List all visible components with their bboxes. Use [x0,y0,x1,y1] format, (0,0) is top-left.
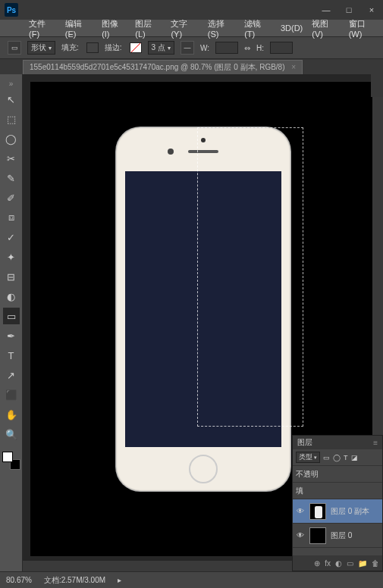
tools-panel: » ↖ ⬚ ◯ ✂ ✎ ✐ ⧈ ✓ ✦ ⊟ ◐ ▭ ✒ T ↗ ⬛ ✋ 🔍 [0,74,23,571]
menu-3d[interactable]: 3D(D) [276,23,307,33]
fill-label: 填充: [61,42,79,53]
shape-tool[interactable]: ▭ [3,308,20,324]
move-tool[interactable]: ↖ [3,91,20,108]
close-button[interactable]: × [360,0,383,20]
opacity-label: 不透明 [296,469,319,480]
menu-filter[interactable]: 滤镜(T) [240,18,276,39]
clone-tool[interactable]: ⧈ [3,209,20,226]
document-tab[interactable]: 155e0114b559d5d2701e5c45317470ac.png @ 8… [23,60,303,74]
fill-lock-label: 填 [296,486,303,496]
stroke-style-icon[interactable]: — [181,41,194,55]
stroke-label: 描边: [105,42,122,53]
menu-file[interactable]: 文件(F) [24,18,61,39]
layer-name[interactable]: 图层 0 副本 [331,506,369,517]
layer-mask-icon[interactable]: ◐ [335,559,342,568]
new-adjustment-icon[interactable]: ▭ [347,559,353,568]
height-input[interactable] [270,42,293,54]
layers-panel: 图层 ≡ 类型 ▭ ◯ T ◪ 不透明 填 👁 图层 0 副本 👁 图层 0 ⊕… [292,435,383,571]
phone-home-button-icon [189,455,218,483]
doc-info[interactable]: 文档:2.57M/3.00M [44,575,105,586]
filter-type-icon[interactable]: T [344,454,348,461]
stroke-width-dropdown[interactable]: 3 点 [148,41,174,55]
menu-window[interactable]: 窗口(W) [344,18,383,39]
doc-label: 文档: [44,576,61,584]
shape-mode-dropdown[interactable]: 形状 [27,41,55,55]
width-input[interactable] [215,42,238,54]
layer-fx-icon[interactable]: fx [325,559,331,568]
visibility-icon[interactable]: 👁 [296,531,305,540]
menu-text[interactable]: 文字(Y) [166,18,202,39]
color-swatches[interactable] [2,452,20,470]
filter-pixel-icon[interactable]: ▭ [323,454,330,461]
menubar: 文件(F) 编辑(E) 图像(I) 图层(L) 文字(Y) 选择(S) 滤镜(T… [0,20,383,36]
rect-tool[interactable]: ⬛ [3,386,20,403]
layers-tab-label: 图层 [297,437,312,448]
filter-adjust-icon[interactable]: ◯ [333,454,341,461]
shape-tool-icon[interactable]: ▭ [8,41,21,55]
menu-image[interactable]: 图像(I) [97,18,130,39]
pen-tool[interactable]: ✒ [3,327,20,344]
menu-layer[interactable]: 图层(L) [130,18,166,39]
layer-name[interactable]: 图层 0 [331,530,352,541]
eyedropper-tool[interactable]: ✎ [3,170,20,186]
collapsed-panels-strip[interactable] [371,74,383,97]
tab-title: 155e0114b559d5d2701e5c45317470ac.png @ 8… [30,63,285,71]
menu-view[interactable]: 视图(V) [307,18,344,39]
magic-wand-tool[interactable]: ✦ [3,249,20,265]
status-arrow-icon[interactable]: ▸ [118,576,121,584]
menu-edit[interactable]: 编辑(E) [61,18,97,39]
layer-item[interactable]: 👁 图层 0 [293,524,382,548]
panel-menu-icon[interactable]: ≡ [373,439,378,447]
healing-tool[interactable]: ✓ [3,229,20,246]
h-label: H: [256,44,264,52]
tab-close-icon[interactable]: × [291,63,296,71]
titlebar: Ps — □ × [0,0,383,20]
document-tabbar: 155e0114b559d5d2701e5c45317470ac.png @ 8… [0,59,383,74]
brush-tool[interactable]: ✐ [3,189,20,206]
zoom-level[interactable]: 80.67% [6,576,32,584]
fill-swatch[interactable] [86,42,99,53]
dodge-tool[interactable]: ◐ [3,288,20,305]
filter-shape-icon[interactable]: ◪ [351,454,358,461]
trash-icon[interactable]: 🗑 [372,559,379,568]
options-bar: ▭ 形状 填充: 描边: 3 点 — W: ⇔ H: [0,36,383,59]
lasso-tool[interactable]: ◯ [3,130,20,147]
foreground-color-swatch[interactable] [2,452,13,462]
layer-item[interactable]: 👁 图层 0 副本 [293,499,382,524]
marquee-tool[interactable]: ⬚ [3,111,20,127]
window-controls: — □ × [315,0,383,20]
app-logo: Ps [5,3,18,17]
zoom-tool[interactable]: 🔍 [3,426,20,443]
layers-tab[interactable]: 图层 ≡ [293,436,382,449]
link-icon[interactable]: ⇔ [244,44,250,52]
hand-tool[interactable]: ✋ [3,406,20,423]
gradient-tool[interactable]: ⊟ [3,268,20,285]
layers-footer: ⊕ fx ◐ ▭ 📁 🗑 [293,555,382,571]
w-label: W: [200,44,209,52]
layer-thumbnail [309,527,326,544]
layer-kind-dropdown[interactable]: 类型 [296,452,320,463]
stroke-swatch[interactable] [130,42,142,53]
visibility-icon[interactable]: 👁 [296,507,305,515]
phone-sensor-icon [168,149,174,155]
new-group-icon[interactable]: 📁 [358,559,367,568]
menu-select[interactable]: 选择(S) [203,18,240,39]
drawing-shape-outline [197,127,303,427]
tools-expand-icon[interactable]: » [2,79,21,88]
type-tool[interactable]: T [3,347,20,364]
link-layers-icon[interactable]: ⊕ [314,559,320,568]
minimize-button[interactable]: — [315,0,337,20]
maximize-button[interactable]: □ [337,0,360,20]
crop-tool[interactable]: ✂ [3,150,20,167]
path-tool[interactable]: ↗ [3,367,20,383]
status-bar: 80.67% 文档:2.57M/3.00M ▸ [0,571,383,588]
layer-thumbnail [309,503,326,520]
layer-filter-icons: ▭ ◯ T ◪ [323,454,358,461]
doc-size: 2.57M/3.00M [61,576,105,584]
